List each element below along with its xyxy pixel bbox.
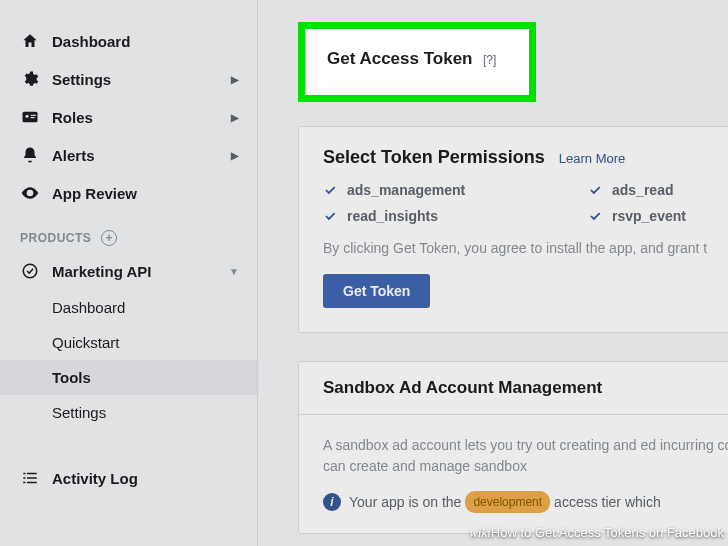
subitem-quickstart[interactable]: Quickstart bbox=[0, 325, 257, 360]
development-badge: development bbox=[465, 491, 550, 513]
permission-read-insights[interactable]: read_insights bbox=[323, 208, 528, 224]
chevron-right-icon: ▶ bbox=[231, 112, 239, 123]
svg-point-5 bbox=[23, 264, 37, 278]
svg-rect-3 bbox=[31, 117, 35, 118]
home-icon bbox=[20, 31, 40, 51]
sidebar-item-label: Alerts bbox=[52, 147, 95, 164]
chevron-right-icon: ▶ bbox=[231, 150, 239, 161]
sidebar-item-label: Settings bbox=[52, 71, 111, 88]
chevron-right-icon: ▶ bbox=[231, 74, 239, 85]
permissions-title: Select Token Permissions bbox=[323, 147, 545, 168]
subitem-dashboard[interactable]: Dashboard bbox=[0, 290, 257, 325]
svg-point-4 bbox=[28, 191, 31, 194]
subitem-tools[interactable]: Tools bbox=[0, 360, 257, 395]
sidebar-item-label: Activity Log bbox=[52, 470, 138, 487]
info-icon: i bbox=[323, 493, 341, 511]
eye-icon bbox=[20, 183, 40, 203]
wikihow-caption: wikiHow to Get Access Tokens on Facebook bbox=[469, 525, 724, 541]
sidebar-item-roles[interactable]: Roles ▶ bbox=[0, 98, 257, 136]
id-card-icon bbox=[20, 107, 40, 127]
sidebar-item-app-review[interactable]: App Review bbox=[0, 174, 257, 212]
svg-rect-2 bbox=[31, 115, 36, 116]
svg-rect-9 bbox=[27, 477, 37, 479]
sidebar-item-label: Roles bbox=[52, 109, 93, 126]
svg-rect-7 bbox=[27, 473, 37, 475]
svg-rect-10 bbox=[23, 482, 25, 484]
add-product-icon[interactable]: + bbox=[101, 230, 117, 246]
sidebar-item-label: Marketing API bbox=[52, 263, 151, 280]
check-icon bbox=[323, 209, 337, 223]
sidebar-item-label: App Review bbox=[52, 185, 137, 202]
list-icon bbox=[20, 468, 40, 488]
permission-ads-management[interactable]: ads_management bbox=[323, 182, 528, 198]
sandbox-card: Sandbox Ad Account Management A sandbox … bbox=[298, 361, 728, 534]
sandbox-description: A sandbox ad account lets you try out cr… bbox=[323, 435, 728, 477]
check-circle-icon bbox=[20, 261, 40, 281]
permission-rsvp-event[interactable]: rsvp_event bbox=[588, 208, 728, 224]
help-icon[interactable]: [?] bbox=[483, 53, 496, 67]
sidebar-item-activity-log[interactable]: Activity Log bbox=[0, 458, 257, 498]
main-content: Get Access Token [?] Select Token Permis… bbox=[258, 0, 728, 546]
permission-ads-read[interactable]: ads_read bbox=[588, 182, 728, 198]
chevron-down-icon: ▼ bbox=[229, 266, 239, 277]
svg-rect-6 bbox=[23, 473, 25, 475]
agree-text: By clicking Get Token, you agree to inst… bbox=[323, 240, 728, 256]
bell-icon bbox=[20, 145, 40, 165]
svg-rect-8 bbox=[23, 477, 25, 479]
check-icon bbox=[588, 183, 602, 197]
check-icon bbox=[588, 209, 602, 223]
sidebar-item-alerts[interactable]: Alerts ▶ bbox=[0, 136, 257, 174]
sandbox-info-line: i Your app is on the development access … bbox=[323, 491, 728, 513]
sidebar-item-marketing-api[interactable]: Marketing API ▼ bbox=[0, 252, 257, 290]
svg-rect-0 bbox=[23, 112, 38, 123]
learn-more-link[interactable]: Learn More bbox=[559, 151, 625, 166]
svg-point-1 bbox=[26, 115, 29, 118]
sidebar-item-label: Dashboard bbox=[52, 33, 130, 50]
section-title: Get Access Token bbox=[327, 49, 473, 68]
products-section-label: PRODUCTS + bbox=[0, 212, 257, 252]
sidebar: Dashboard Settings ▶ Roles ▶ Alerts ▶ bbox=[0, 0, 258, 546]
gear-icon bbox=[20, 69, 40, 89]
sandbox-title: Sandbox Ad Account Management bbox=[299, 362, 728, 415]
check-icon bbox=[323, 183, 337, 197]
sidebar-item-dashboard[interactable]: Dashboard bbox=[0, 22, 257, 60]
subitem-settings[interactable]: Settings bbox=[0, 395, 257, 430]
get-access-token-highlight: Get Access Token [?] bbox=[298, 22, 536, 102]
sidebar-item-settings[interactable]: Settings ▶ bbox=[0, 60, 257, 98]
token-permissions-card: Select Token Permissions Learn More ads_… bbox=[298, 126, 728, 333]
get-token-button[interactable]: Get Token bbox=[323, 274, 430, 308]
svg-rect-11 bbox=[27, 482, 37, 484]
